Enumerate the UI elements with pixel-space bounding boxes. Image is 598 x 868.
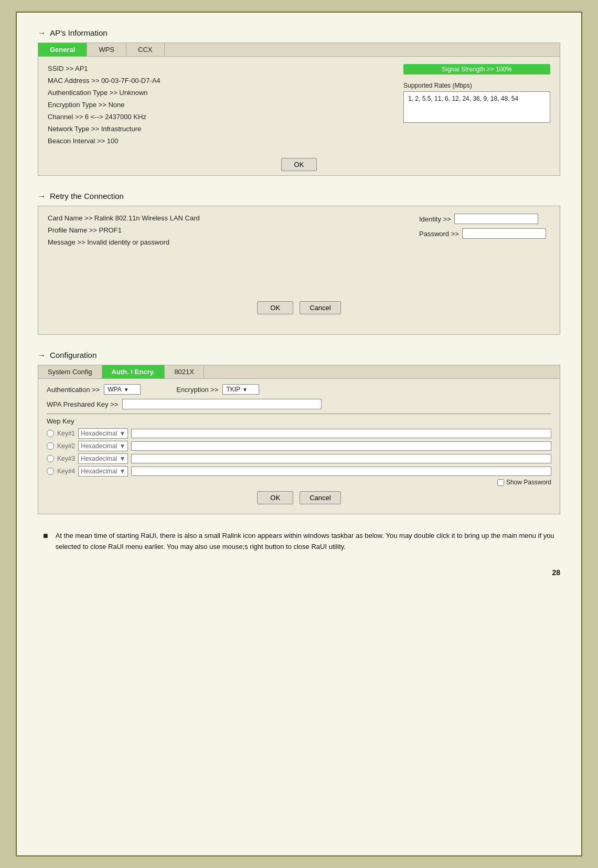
wep-key4-dropdown-arrow: ▼ xyxy=(119,468,125,475)
password-row: Password >> xyxy=(419,228,550,239)
wep-key2-input[interactable] xyxy=(131,441,551,451)
channel-row: Channel >> 6 <--> 2437000 KHz xyxy=(48,112,398,121)
wpa-key-input[interactable] xyxy=(122,399,322,409)
wep-key3-format[interactable]: Hexadecimal ▼ xyxy=(78,453,128,464)
rates-title: Supported Rates (Mbps) xyxy=(403,82,550,89)
wep-key4-radio[interactable] xyxy=(47,468,54,475)
wep-key1-label: Key#1 xyxy=(57,430,75,437)
retry-right: Identity >> Password >> xyxy=(419,214,550,247)
auth-value: WPA xyxy=(108,386,121,393)
arrow-icon-3: → xyxy=(38,351,46,359)
identity-input[interactable] xyxy=(454,214,538,224)
show-password-checkbox[interactable] xyxy=(497,479,504,486)
retry-ok-button[interactable]: OK xyxy=(257,301,293,314)
wpa-key-row: WPA Preshared Key >> xyxy=(47,399,551,409)
profile-name-row: Profile Name >> PROF1 xyxy=(48,226,414,235)
ap-info-panel: General WPS CCX SSID >> AP1 MAC Address … xyxy=(38,43,560,176)
wep-key1-input[interactable] xyxy=(131,429,551,438)
identity-row: Identity >> xyxy=(419,214,550,224)
wep-key3-row: Key#3 Hexadecimal ▼ xyxy=(47,453,551,464)
tab-ccx[interactable]: CCX xyxy=(126,43,164,56)
wep-key4-label: Key#4 xyxy=(57,468,75,475)
ap-info-btn-row: OK xyxy=(38,153,560,175)
show-password-row: Show Password xyxy=(47,479,551,486)
rates-value: 1, 2, 5.5, 11, 6, 12, 24, 36, 9, 18, 48,… xyxy=(403,91,550,123)
wep-key2-dropdown-arrow: ▼ xyxy=(119,442,125,450)
password-label: Password >> xyxy=(419,230,459,238)
enc-dropdown[interactable]: TKIP ▼ xyxy=(222,384,259,395)
retry-cancel-button[interactable]: Cancel xyxy=(300,301,340,314)
retry-panel: Card Name >> Ralink 802.11n Wireless LAN… xyxy=(38,206,560,335)
wep-key3-radio[interactable] xyxy=(47,455,54,462)
wep-key1-dropdown-arrow: ▼ xyxy=(119,430,125,437)
wep-key3-input[interactable] xyxy=(131,454,551,463)
section1-heading: → AP's Information xyxy=(38,28,560,37)
auth-type-row: Authentication Type >> Unknown xyxy=(48,88,398,97)
retry-content: Card Name >> Ralink 802.11n Wireless LAN… xyxy=(38,206,560,254)
rates-box: Supported Rates (Mbps) 1, 2, 5.5, 11, 6,… xyxy=(403,82,550,123)
signal-bar: Signal Strength >> 100% xyxy=(403,64,550,75)
config-content: Authentication >> WPA ▼ Encryption >> TK… xyxy=(38,379,560,514)
config-btn-row: OK Cancel xyxy=(47,486,551,509)
wpa-key-label: WPA Preshared Key >> xyxy=(47,400,118,408)
card-name-row: Card Name >> Ralink 802.11n Wireless LAN… xyxy=(48,214,414,223)
section3-heading: → Configuration xyxy=(38,351,560,359)
password-input[interactable] xyxy=(462,228,546,239)
arrow-icon: → xyxy=(38,28,46,37)
bullet-icon: ■ xyxy=(43,531,48,553)
ap-info-left: SSID >> AP1 MAC Address >> 00-03-7F-00-D… xyxy=(48,64,398,145)
auth-label: Authentication >> xyxy=(47,386,100,394)
wep-key1-row: Key#1 Hexadecimal ▼ xyxy=(47,428,551,439)
auth-dropdown-arrow: ▼ xyxy=(124,387,129,393)
bullet-section: ■ At the mean time of starting RaUI, the… xyxy=(38,530,560,553)
wep-key4-format[interactable]: Hexadecimal ▼ xyxy=(78,466,128,477)
wep-key3-label: Key#3 xyxy=(57,455,75,462)
ap-info-content: SSID >> AP1 MAC Address >> 00-03-7F-00-D… xyxy=(38,57,560,153)
config-tab-row: System Config Auth. \ Encry. 8021X xyxy=(38,365,560,379)
enc-label: Encryption >> xyxy=(176,386,218,394)
wep-key3-dropdown-arrow: ▼ xyxy=(119,455,125,462)
enc-dropdown-arrow: ▼ xyxy=(242,387,248,393)
wep-key-section: Wep Key Key#1 Hexadecimal ▼ Key#2 Hexade… xyxy=(47,414,551,486)
wep-key2-row: Key#2 Hexadecimal ▼ xyxy=(47,441,551,451)
ap-info-ok-button[interactable]: OK xyxy=(281,158,317,171)
auth-dropdown[interactable]: WPA ▼ xyxy=(104,384,141,395)
wep-key1-format[interactable]: Hexadecimal ▼ xyxy=(78,428,128,439)
show-password-label: Show Password xyxy=(506,479,551,486)
wep-key4-row: Key#4 Hexadecimal ▼ xyxy=(47,466,551,477)
wep-key2-radio[interactable] xyxy=(47,442,54,450)
retry-btn-row: OK Cancel xyxy=(38,296,560,319)
enc-type-row: Encryption Type >> None xyxy=(48,100,398,109)
config-panel: System Config Auth. \ Encry. 8021X Authe… xyxy=(38,365,560,514)
wep-label: Wep Key xyxy=(47,417,551,425)
beacon-row: Beacon Interval >> 100 xyxy=(48,136,398,145)
page-container: → AP's Information General WPS CCX SSID … xyxy=(16,12,582,856)
tab-auth-encry[interactable]: Auth. \ Encry. xyxy=(102,365,165,378)
identity-label: Identity >> xyxy=(419,215,451,223)
ap-info-tab-row: General WPS CCX xyxy=(38,43,560,57)
config-cancel-button[interactable]: Cancel xyxy=(300,491,340,504)
wep-key4-input[interactable] xyxy=(131,467,551,476)
tab-8021x[interactable]: 8021X xyxy=(165,365,204,378)
network-type-row: Network Type >> Infrastructure xyxy=(48,124,398,133)
message-row: Message >> Invalid identity or password xyxy=(48,238,414,247)
tab-wps[interactable]: WPS xyxy=(87,43,126,56)
bullet-text: At the mean time of starting RaUI, there… xyxy=(56,530,555,553)
retry-left: Card Name >> Ralink 802.11n Wireless LAN… xyxy=(48,214,414,247)
mac-row: MAC Address >> 00-03-7F-00-D7-A4 xyxy=(48,76,398,85)
tab-general[interactable]: General xyxy=(38,43,87,56)
page-number: 28 xyxy=(38,568,560,577)
arrow-icon-2: → xyxy=(38,192,46,200)
enc-value: TKIP xyxy=(226,386,240,393)
wep-key2-format[interactable]: Hexadecimal ▼ xyxy=(78,441,128,451)
auth-enc-row: Authentication >> WPA ▼ Encryption >> TK… xyxy=(47,384,551,395)
section2-heading: → Retry the Connection xyxy=(38,192,560,200)
ssid-row: SSID >> AP1 xyxy=(48,64,398,73)
config-ok-button[interactable]: OK xyxy=(257,491,293,504)
wep-key2-label: Key#2 xyxy=(57,442,75,450)
tab-system-config[interactable]: System Config xyxy=(38,365,102,378)
ap-info-right: Signal Strength >> 100% Supported Rates … xyxy=(403,64,550,145)
wep-key1-radio[interactable] xyxy=(47,430,54,437)
